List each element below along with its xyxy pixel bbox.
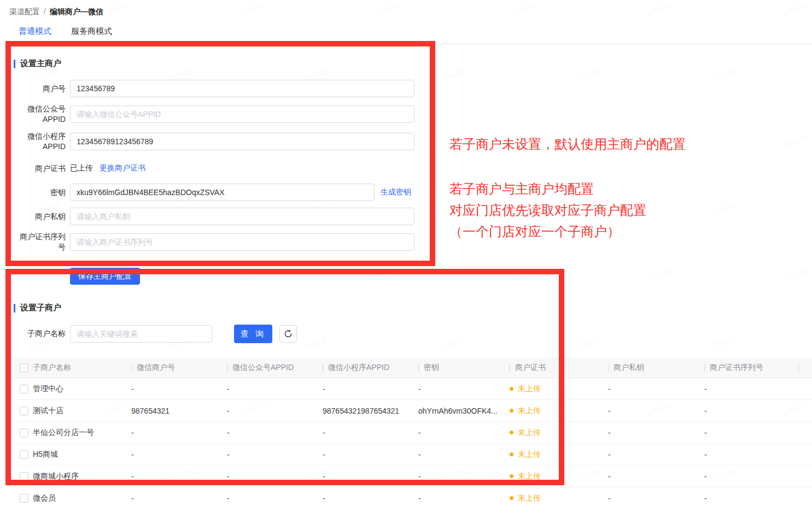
row-cell-wechat-mch-id: -	[131, 385, 227, 393]
tab-provider-mode[interactable]: 服务商模式	[61, 21, 122, 44]
sub-merchant-section: 设置子商户 子商户名称 查 询	[0, 303, 812, 343]
row-cell-secret: -	[418, 385, 510, 393]
tab-normal-mode[interactable]: 普通模式	[9, 21, 61, 44]
secret-label: 密钥	[14, 187, 66, 198]
sub-merchant-table: 子商户名称 微信商户号 微信公众号APPID 微信小程序APPID 密钥 商户证…	[14, 357, 812, 506]
row-cell-cert: 未上传	[510, 428, 608, 438]
row-cell-checkbox	[14, 450, 33, 459]
row-cell-mp-appid: -	[227, 494, 323, 503]
cert-status-value: 未上传	[518, 472, 541, 481]
merchant-id-label: 商户号	[14, 84, 66, 94]
row-cell-mp-appid: -	[227, 472, 323, 481]
cert-label: 商户证书	[14, 163, 66, 174]
header-cell-name: 子商户名称	[33, 363, 131, 373]
row-cell-private-key: -	[608, 385, 704, 393]
header-cell-cert-serial: 商户证书序列号	[704, 363, 798, 373]
row-cell-name: 微会员	[33, 493, 131, 503]
row-cell-name: H5商城	[33, 450, 131, 460]
breadcrumb-current: 编辑商户—微信	[50, 7, 103, 16]
row-cell-secret: ohYrnAh6vm30OFK4...	[418, 407, 510, 415]
cert-status-value: 未上传	[518, 493, 541, 503]
form-row-cert-serial: 商户证书序列号	[14, 232, 812, 252]
row-cell-mp-appid: -	[227, 407, 323, 415]
table-body: 管理中心 - - - - 未上传 - - 测试十店 987654321 - 98…	[14, 378, 812, 506]
row-cell-name: 测试十店	[33, 406, 131, 416]
cert-status-dot-icon	[510, 409, 513, 413]
header-cell-mini-appid: 微信小程序APPID	[323, 363, 418, 373]
table-row: 测试十店 987654321 - 987654321987654321 ohYr…	[14, 400, 812, 422]
row-checkbox[interactable]	[20, 428, 28, 437]
main-section-title-text: 设置主商户	[20, 58, 61, 69]
form-row-mini-appid: 微信小程序APPID	[14, 131, 812, 152]
row-cell-checkbox	[14, 428, 33, 437]
header-cell-secret: 密钥	[418, 363, 510, 373]
row-cell-private-key: -	[608, 428, 704, 437]
row-cell-mp-appid: -	[227, 385, 323, 393]
cert-serial-input[interactable]	[70, 233, 414, 251]
main-section-title: 设置主商户	[14, 44, 812, 69]
sub-section-title-text: 设置子商户	[20, 303, 61, 313]
row-cell-name: 半仙公司分店一号	[33, 428, 131, 438]
generate-secret-link[interactable]: 生成密钥	[381, 187, 411, 197]
query-button[interactable]: 查 询	[234, 325, 272, 343]
row-cell-mp-appid: -	[227, 450, 323, 459]
row-cell-wechat-mch-id: -	[131, 450, 227, 459]
row-checkbox[interactable]	[20, 472, 28, 481]
row-cell-secret: -	[418, 428, 510, 437]
row-cell-mini-appid: -	[323, 385, 418, 393]
sub-merchant-search-input[interactable]	[70, 325, 212, 343]
row-cell-private-key: -	[608, 407, 704, 415]
header-cell-checkbox	[14, 363, 33, 372]
mp-appid-input[interactable]	[70, 105, 414, 123]
mp-appid-label: 微信公众号APPID	[14, 104, 66, 125]
table-row: 微商城小程序 - - - - 未上传 - -	[14, 466, 812, 487]
select-all-checkbox[interactable]	[20, 363, 28, 372]
row-cell-secret: -	[418, 472, 510, 481]
refresh-button[interactable]	[279, 325, 297, 343]
form-row-mp-appid: 微信公众号APPID	[14, 104, 812, 125]
row-cell-checkbox	[14, 494, 33, 503]
change-cert-link[interactable]: 更换商户证书	[100, 163, 145, 173]
mode-tabbar: 普通模式 服务商模式	[0, 21, 812, 44]
row-cell-cert-serial: -	[704, 428, 798, 437]
row-checkbox[interactable]	[20, 407, 28, 415]
table-header-row: 子商户名称 微信商户号 微信公众号APPID 微信小程序APPID 密钥 商户证…	[14, 357, 812, 378]
breadcrumb-parent[interactable]: 渠道配置	[9, 7, 40, 16]
row-cell-private-key: -	[608, 450, 704, 459]
sub-section-title: 设置子商户	[14, 303, 812, 313]
table-row: 半仙公司分店一号 - - - - 未上传 - -	[14, 422, 812, 444]
row-cell-cert: 未上传	[510, 450, 608, 460]
mini-appid-input[interactable]	[70, 133, 414, 150]
row-checkbox[interactable]	[20, 450, 28, 459]
row-cell-mini-appid: -	[323, 472, 418, 481]
secret-input[interactable]	[70, 184, 375, 201]
private-key-label: 商户私钥	[14, 211, 66, 222]
sub-merchant-name-label: 子商户名称	[14, 329, 66, 339]
breadcrumb-separator: /	[44, 7, 46, 16]
row-cell-name: 微商城小程序	[33, 472, 131, 481]
form-row-private-key: 商户私钥	[14, 208, 812, 225]
row-cell-mp-appid: -	[227, 428, 323, 437]
save-main-merchant-button[interactable]: 保存主商户配置	[70, 268, 140, 285]
table-row: 微会员 - - - - 未上传 - -	[14, 487, 812, 506]
row-cell-secret: -	[418, 494, 510, 503]
breadcrumb: 渠道配置/编辑商户—微信	[0, 0, 812, 17]
cert-status-text: 已上传	[70, 163, 93, 173]
cert-status-value: 未上传	[518, 428, 541, 438]
row-checkbox[interactable]	[20, 494, 28, 503]
row-cell-private-key: -	[608, 494, 704, 503]
cert-status-dot-icon	[510, 496, 513, 500]
header-cell-private-key: 商户私钥	[608, 363, 704, 373]
form-row-secret: 密钥 生成密钥	[14, 184, 812, 201]
main-merchant-section: 设置主商户 商户号 微信公众号APPID 微信小程序APPID 商户证书 已上传…	[0, 44, 812, 285]
row-checkbox[interactable]	[20, 385, 28, 393]
row-cell-checkbox	[14, 385, 33, 393]
refresh-icon	[284, 330, 293, 338]
merchant-id-input[interactable]	[70, 80, 414, 97]
private-key-input[interactable]	[70, 208, 414, 225]
mini-appid-label: 微信小程序APPID	[14, 131, 66, 152]
header-cell-wechat-mch-id: 微信商户号	[131, 363, 227, 373]
row-cell-cert: 未上传	[510, 384, 608, 394]
row-cell-cert: 未上传	[510, 406, 608, 416]
row-cell-cert-serial: -	[704, 472, 798, 481]
